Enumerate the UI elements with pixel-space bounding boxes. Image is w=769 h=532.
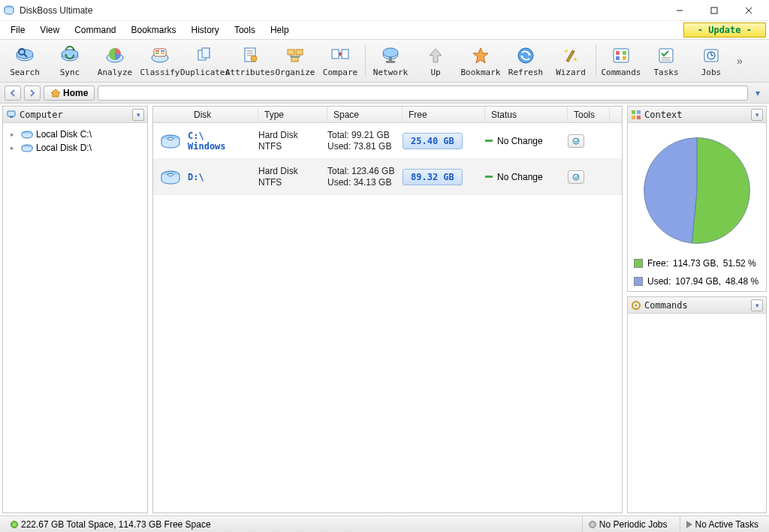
disk-icon	[153, 169, 188, 185]
disk-tool-button[interactable]	[568, 134, 584, 148]
status-tasks-sec[interactable]: No Active Tasks	[680, 516, 764, 532]
svg-rect-40	[623, 56, 626, 60]
expand-icon[interactable]: ▸	[11, 144, 18, 152]
tool-label: Analyze	[98, 68, 132, 77]
tool-compare[interactable]: Compare	[318, 44, 362, 79]
tool-network[interactable]: Network	[369, 44, 412, 79]
tree-label: Local Disk D:\	[36, 143, 92, 153]
context-body: Free: 114.73 GB, 51.52 % Used: 107.94 GB…	[628, 123, 766, 291]
path-input[interactable]	[98, 86, 748, 101]
disk-name: D:\	[188, 172, 258, 182]
tasks-icon	[686, 521, 692, 528]
disk-row[interactable]: C:\WindowsHard DiskNTFSTotal: 99.21 GBUs…	[153, 123, 622, 159]
tool-label: Commands	[602, 68, 641, 77]
tree-item[interactable]: ▸Local Disk C:\	[6, 128, 144, 141]
maximize-button[interactable]	[697, 0, 731, 21]
tool-duplicates[interactable]: Duplicates	[183, 44, 227, 79]
commands-icon	[609, 45, 633, 66]
menu-view[interactable]: View	[32, 23, 67, 38]
home-icon	[50, 89, 61, 98]
tool-classify[interactable]: Classify	[138, 44, 182, 79]
menu-history[interactable]: History	[184, 23, 227, 38]
toolbar-overflow[interactable]: »	[734, 55, 745, 67]
toolbar: SearchSyncAnalyzeClassifyDuplicatesAttri…	[0, 39, 769, 83]
svg-point-31	[383, 48, 398, 57]
col-tools[interactable]: Tools	[568, 107, 610, 123]
title-bar: DiskBoss Ultimate	[0, 0, 769, 21]
tool-tasks[interactable]: Tasks	[644, 44, 688, 79]
svg-rect-48	[8, 111, 15, 116]
computer-panel-title: Computer	[20, 110, 129, 120]
menu-help[interactable]: Help	[263, 23, 297, 38]
disk-icon	[21, 143, 33, 152]
tool-label: Up	[430, 68, 440, 77]
forward-button[interactable]	[24, 86, 41, 101]
nav-bar: Home ▾	[0, 83, 769, 104]
col-free[interactable]: Free	[403, 107, 485, 123]
menu-bookmarks[interactable]: Bookmarks	[124, 23, 184, 38]
computer-panel: Computer ▾ ▸Local Disk C:\▸Local Disk D:…	[2, 106, 148, 513]
status-summary: 222.67 GB Total Space, 114.73 GB Free Sp…	[21, 519, 211, 530]
svg-rect-35	[566, 50, 574, 62]
expand-icon[interactable]: ▸	[11, 131, 18, 138]
disk-tool-button[interactable]	[568, 170, 584, 184]
col-status[interactable]: Status	[485, 107, 568, 123]
home-button[interactable]: Home	[44, 86, 95, 101]
disk-tree: ▸Local Disk C:\▸Local Disk D:\	[3, 123, 147, 512]
path-dropdown[interactable]: ▾	[751, 86, 764, 101]
disk-row[interactable]: D:\Hard DiskNTFSTotal: 123.46 GBUsed: 34…	[153, 159, 622, 195]
menu-command[interactable]: Command	[67, 23, 123, 38]
update-button[interactable]: - Update -	[683, 23, 766, 38]
tool-sync[interactable]: Sync	[48, 44, 92, 79]
svg-rect-60	[632, 116, 635, 119]
tool-commands[interactable]: Commands	[599, 44, 643, 79]
tool-analyze[interactable]: Analyze	[93, 44, 137, 79]
legend-free: Free: 114.73 GB, 51.52 %	[631, 258, 763, 269]
menu-file[interactable]: File	[3, 23, 32, 38]
network-icon	[378, 45, 403, 66]
menu-tools[interactable]: Tools	[227, 23, 263, 38]
back-button[interactable]	[5, 86, 21, 101]
status-jobs-sec[interactable]: No Periodic Jobs	[582, 516, 674, 532]
menu-bar: File View Command Bookmarks History Tool…	[0, 21, 769, 39]
col-disk[interactable]: Disk	[153, 107, 258, 123]
tool-bookmark[interactable]: Bookmark	[459, 44, 502, 79]
svg-point-56	[167, 173, 173, 176]
status-summary-sec: 222.67 GB Total Space, 114.73 GB Free Sp…	[5, 516, 217, 532]
swatch-used	[634, 277, 643, 286]
tool-label: Attributes	[225, 68, 275, 77]
tool-attributes[interactable]: Attributes	[228, 44, 272, 79]
tool-label: Tasks	[653, 68, 678, 77]
status-indicator	[485, 176, 493, 178]
tool-wizard[interactable]: Wizard	[549, 44, 593, 79]
home-label: Home	[63, 88, 88, 98]
context-panel-menu[interactable]: ▾	[751, 109, 763, 121]
svg-rect-32	[389, 57, 392, 61]
svg-rect-38	[623, 51, 626, 55]
commands-panel-menu[interactable]: ▾	[751, 299, 763, 311]
close-button[interactable]	[731, 0, 766, 21]
tool-search[interactable]: Search	[3, 44, 47, 79]
col-type[interactable]: Type	[258, 107, 327, 123]
computer-panel-menu[interactable]: ▾	[132, 109, 144, 121]
main-area: Computer ▾ ▸Local Disk C:\▸Local Disk D:…	[0, 104, 769, 515]
right-column: Context ▾ Free: 114.73 GB, 51.52 % Used:…	[625, 104, 769, 515]
tool-up[interactable]: Up	[414, 44, 457, 79]
col-space[interactable]: Space	[327, 107, 403, 123]
tool-refresh[interactable]: Refresh	[504, 44, 547, 79]
tree-item[interactable]: ▸Local Disk D:\	[6, 141, 144, 155]
wizard-icon	[559, 45, 583, 66]
tool-label: Search	[10, 68, 40, 77]
svg-point-10	[62, 50, 78, 59]
disk-free-badge: 25.40 GB	[403, 133, 463, 149]
refresh-icon	[514, 45, 538, 66]
minimize-button[interactable]	[662, 0, 697, 21]
status-jobs: No Periodic Jobs	[599, 519, 668, 530]
tool-jobs[interactable]: Jobs	[689, 44, 733, 79]
svg-rect-33	[386, 61, 395, 63]
disk-used: Used: 73.81 GB	[327, 141, 403, 152]
context-icon	[631, 110, 641, 120]
tool-organize[interactable]: Organize	[273, 44, 317, 79]
disk-type: Hard Disk	[258, 166, 327, 177]
svg-rect-37	[616, 51, 620, 55]
